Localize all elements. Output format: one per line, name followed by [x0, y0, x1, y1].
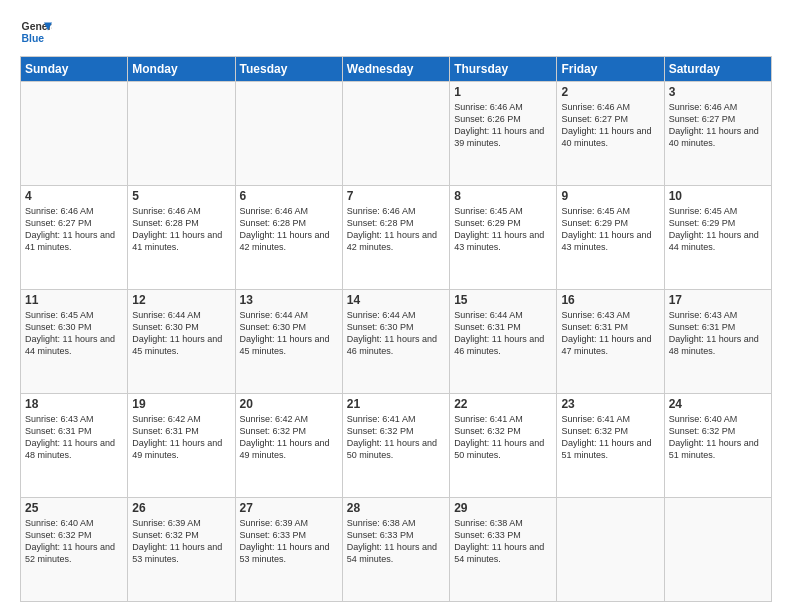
day-cell: 14Sunrise: 6:44 AM Sunset: 6:30 PM Dayli…	[342, 290, 449, 394]
day-info: Sunrise: 6:46 AM Sunset: 6:26 PM Dayligh…	[454, 101, 552, 150]
day-info: Sunrise: 6:41 AM Sunset: 6:32 PM Dayligh…	[454, 413, 552, 462]
header-day-thursday: Thursday	[450, 57, 557, 82]
day-info: Sunrise: 6:40 AM Sunset: 6:32 PM Dayligh…	[25, 517, 123, 566]
day-number: 4	[25, 189, 123, 203]
day-number: 11	[25, 293, 123, 307]
day-cell: 6Sunrise: 6:46 AM Sunset: 6:28 PM Daylig…	[235, 186, 342, 290]
header-day-tuesday: Tuesday	[235, 57, 342, 82]
day-number: 10	[669, 189, 767, 203]
day-number: 28	[347, 501, 445, 515]
day-cell: 9Sunrise: 6:45 AM Sunset: 6:29 PM Daylig…	[557, 186, 664, 290]
day-info: Sunrise: 6:41 AM Sunset: 6:32 PM Dayligh…	[347, 413, 445, 462]
day-info: Sunrise: 6:44 AM Sunset: 6:30 PM Dayligh…	[347, 309, 445, 358]
day-cell: 29Sunrise: 6:38 AM Sunset: 6:33 PM Dayli…	[450, 498, 557, 602]
day-info: Sunrise: 6:44 AM Sunset: 6:31 PM Dayligh…	[454, 309, 552, 358]
day-number: 21	[347, 397, 445, 411]
header-day-monday: Monday	[128, 57, 235, 82]
day-cell: 11Sunrise: 6:45 AM Sunset: 6:30 PM Dayli…	[21, 290, 128, 394]
day-cell: 1Sunrise: 6:46 AM Sunset: 6:26 PM Daylig…	[450, 82, 557, 186]
day-cell: 26Sunrise: 6:39 AM Sunset: 6:32 PM Dayli…	[128, 498, 235, 602]
day-cell: 19Sunrise: 6:42 AM Sunset: 6:31 PM Dayli…	[128, 394, 235, 498]
page: General Blue SundayMondayTuesdayWednesda…	[0, 0, 792, 612]
day-info: Sunrise: 6:44 AM Sunset: 6:30 PM Dayligh…	[240, 309, 338, 358]
header-day-wednesday: Wednesday	[342, 57, 449, 82]
day-info: Sunrise: 6:46 AM Sunset: 6:28 PM Dayligh…	[240, 205, 338, 254]
day-number: 5	[132, 189, 230, 203]
day-cell: 7Sunrise: 6:46 AM Sunset: 6:28 PM Daylig…	[342, 186, 449, 290]
day-number: 27	[240, 501, 338, 515]
day-info: Sunrise: 6:46 AM Sunset: 6:27 PM Dayligh…	[669, 101, 767, 150]
day-cell: 2Sunrise: 6:46 AM Sunset: 6:27 PM Daylig…	[557, 82, 664, 186]
day-info: Sunrise: 6:41 AM Sunset: 6:32 PM Dayligh…	[561, 413, 659, 462]
day-number: 8	[454, 189, 552, 203]
day-number: 7	[347, 189, 445, 203]
day-cell	[557, 498, 664, 602]
day-number: 2	[561, 85, 659, 99]
day-number: 25	[25, 501, 123, 515]
day-cell	[21, 82, 128, 186]
day-number: 26	[132, 501, 230, 515]
day-info: Sunrise: 6:46 AM Sunset: 6:27 PM Dayligh…	[25, 205, 123, 254]
day-info: Sunrise: 6:38 AM Sunset: 6:33 PM Dayligh…	[347, 517, 445, 566]
day-cell: 10Sunrise: 6:45 AM Sunset: 6:29 PM Dayli…	[664, 186, 771, 290]
day-cell: 16Sunrise: 6:43 AM Sunset: 6:31 PM Dayli…	[557, 290, 664, 394]
day-number: 19	[132, 397, 230, 411]
day-cell: 18Sunrise: 6:43 AM Sunset: 6:31 PM Dayli…	[21, 394, 128, 498]
day-number: 23	[561, 397, 659, 411]
day-cell: 23Sunrise: 6:41 AM Sunset: 6:32 PM Dayli…	[557, 394, 664, 498]
logo: General Blue	[20, 16, 52, 48]
day-cell: 20Sunrise: 6:42 AM Sunset: 6:32 PM Dayli…	[235, 394, 342, 498]
day-number: 12	[132, 293, 230, 307]
day-number: 1	[454, 85, 552, 99]
day-number: 24	[669, 397, 767, 411]
week-row-1: 1Sunrise: 6:46 AM Sunset: 6:26 PM Daylig…	[21, 82, 772, 186]
day-info: Sunrise: 6:45 AM Sunset: 6:30 PM Dayligh…	[25, 309, 123, 358]
day-info: Sunrise: 6:45 AM Sunset: 6:29 PM Dayligh…	[561, 205, 659, 254]
day-cell: 22Sunrise: 6:41 AM Sunset: 6:32 PM Dayli…	[450, 394, 557, 498]
day-cell: 12Sunrise: 6:44 AM Sunset: 6:30 PM Dayli…	[128, 290, 235, 394]
day-number: 18	[25, 397, 123, 411]
day-info: Sunrise: 6:43 AM Sunset: 6:31 PM Dayligh…	[25, 413, 123, 462]
day-cell: 28Sunrise: 6:38 AM Sunset: 6:33 PM Dayli…	[342, 498, 449, 602]
day-info: Sunrise: 6:42 AM Sunset: 6:31 PM Dayligh…	[132, 413, 230, 462]
week-row-5: 25Sunrise: 6:40 AM Sunset: 6:32 PM Dayli…	[21, 498, 772, 602]
day-number: 22	[454, 397, 552, 411]
day-number: 9	[561, 189, 659, 203]
week-row-4: 18Sunrise: 6:43 AM Sunset: 6:31 PM Dayli…	[21, 394, 772, 498]
day-info: Sunrise: 6:46 AM Sunset: 6:28 PM Dayligh…	[347, 205, 445, 254]
day-cell: 25Sunrise: 6:40 AM Sunset: 6:32 PM Dayli…	[21, 498, 128, 602]
day-cell: 13Sunrise: 6:44 AM Sunset: 6:30 PM Dayli…	[235, 290, 342, 394]
day-cell: 17Sunrise: 6:43 AM Sunset: 6:31 PM Dayli…	[664, 290, 771, 394]
day-info: Sunrise: 6:43 AM Sunset: 6:31 PM Dayligh…	[669, 309, 767, 358]
day-info: Sunrise: 6:45 AM Sunset: 6:29 PM Dayligh…	[454, 205, 552, 254]
day-number: 3	[669, 85, 767, 99]
day-cell	[128, 82, 235, 186]
day-info: Sunrise: 6:45 AM Sunset: 6:29 PM Dayligh…	[669, 205, 767, 254]
day-info: Sunrise: 6:38 AM Sunset: 6:33 PM Dayligh…	[454, 517, 552, 566]
day-cell: 4Sunrise: 6:46 AM Sunset: 6:27 PM Daylig…	[21, 186, 128, 290]
day-cell: 21Sunrise: 6:41 AM Sunset: 6:32 PM Dayli…	[342, 394, 449, 498]
day-cell: 15Sunrise: 6:44 AM Sunset: 6:31 PM Dayli…	[450, 290, 557, 394]
header: General Blue	[20, 16, 772, 48]
header-day-sunday: Sunday	[21, 57, 128, 82]
day-cell: 8Sunrise: 6:45 AM Sunset: 6:29 PM Daylig…	[450, 186, 557, 290]
day-number: 6	[240, 189, 338, 203]
header-row: SundayMondayTuesdayWednesdayThursdayFrid…	[21, 57, 772, 82]
svg-text:Blue: Blue	[22, 33, 45, 44]
day-cell: 24Sunrise: 6:40 AM Sunset: 6:32 PM Dayli…	[664, 394, 771, 498]
logo-icon: General Blue	[20, 16, 52, 48]
week-row-2: 4Sunrise: 6:46 AM Sunset: 6:27 PM Daylig…	[21, 186, 772, 290]
day-info: Sunrise: 6:44 AM Sunset: 6:30 PM Dayligh…	[132, 309, 230, 358]
day-info: Sunrise: 6:46 AM Sunset: 6:28 PM Dayligh…	[132, 205, 230, 254]
header-day-saturday: Saturday	[664, 57, 771, 82]
day-number: 20	[240, 397, 338, 411]
day-number: 15	[454, 293, 552, 307]
day-cell	[664, 498, 771, 602]
day-number: 17	[669, 293, 767, 307]
day-cell	[235, 82, 342, 186]
day-cell: 3Sunrise: 6:46 AM Sunset: 6:27 PM Daylig…	[664, 82, 771, 186]
day-number: 16	[561, 293, 659, 307]
day-info: Sunrise: 6:42 AM Sunset: 6:32 PM Dayligh…	[240, 413, 338, 462]
day-number: 29	[454, 501, 552, 515]
week-row-3: 11Sunrise: 6:45 AM Sunset: 6:30 PM Dayli…	[21, 290, 772, 394]
